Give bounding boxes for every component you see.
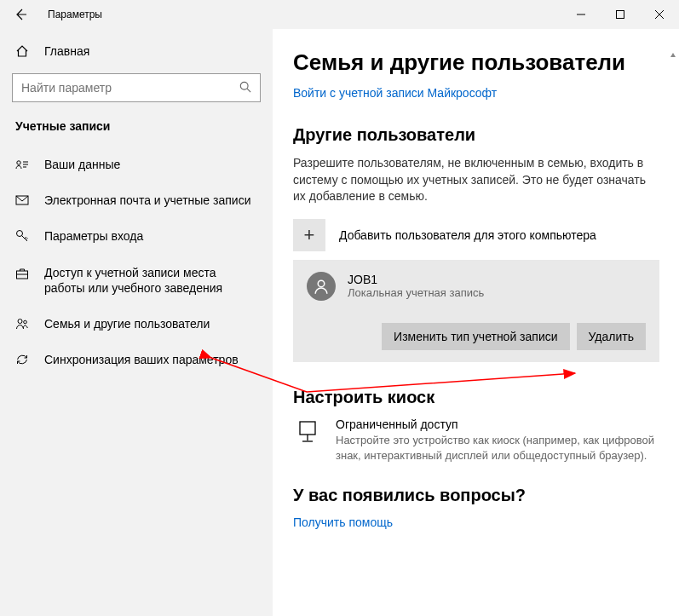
back-arrow-icon [14, 8, 27, 21]
search-icon [239, 81, 251, 95]
mail-icon [15, 193, 29, 207]
kiosk-title: Настроить киоск [293, 388, 665, 407]
kiosk-item-title: Ограниченный доступ [336, 417, 659, 431]
svg-point-15 [318, 280, 325, 287]
svg-point-13 [18, 320, 22, 324]
sidebar-item-label: Параметры входа [44, 228, 143, 244]
person-card-icon [15, 158, 29, 171]
svg-point-14 [24, 320, 27, 324]
window-title: Параметры [41, 9, 561, 20]
sidebar-item-email[interactable]: Электронная почта и учетные записи [0, 182, 273, 218]
minimize-button[interactable] [561, 0, 601, 29]
sidebar-item-your-info[interactable]: Ваши данные [0, 147, 273, 182]
briefcase-icon [15, 267, 29, 280]
sidebar-item-label: Семья и другие пользователи [44, 316, 210, 331]
change-account-type-button[interactable]: Изменить тип учетной записи [382, 323, 569, 350]
svg-point-6 [17, 161, 20, 164]
people-icon [15, 317, 29, 331]
user-subtitle: Локальная учетная запись [348, 286, 484, 299]
kiosk-item-desc: Настройте это устройство как киоск (напр… [336, 433, 659, 463]
kiosk-row[interactable]: Ограниченный доступ Настройте это устрой… [293, 417, 659, 463]
sidebar-home-label: Главная [44, 44, 89, 58]
sidebar-item-family[interactable]: Семья и другие пользователи [0, 306, 273, 342]
sidebar: Главная Учетные записи Ваши данные Элект… [0, 29, 273, 616]
maximize-icon [616, 10, 624, 19]
person-icon [313, 278, 330, 295]
svg-point-11 [17, 231, 23, 237]
svg-rect-1 [617, 11, 624, 19]
add-user-row[interactable]: + Добавить пользователя для этого компью… [293, 219, 665, 251]
sidebar-home[interactable]: Главная [0, 37, 273, 65]
sidebar-category: Учетные записи [0, 116, 273, 147]
sidebar-item-label: Ваши данные [44, 157, 120, 172]
kiosk-icon [293, 417, 322, 446]
other-users-title: Другие пользователи [293, 125, 665, 145]
svg-rect-16 [300, 422, 315, 435]
signin-link[interactable]: Войти с учетной записи Майкрософт [293, 86, 497, 100]
add-user-label: Добавить пользователя для этого компьюте… [339, 228, 596, 242]
sidebar-item-label: Электронная почта и учетные записи [44, 193, 250, 208]
page-title: Семья и другие пользователи [293, 49, 665, 76]
scroll-up-icon[interactable] [667, 49, 679, 61]
get-help-link[interactable]: Получить помощь [293, 515, 393, 529]
content-area: Семья и другие пользователи Войти с учет… [273, 29, 679, 616]
sidebar-item-label: Доступ к учетной записи места работы или… [44, 265, 257, 296]
titlebar: Параметры [0, 0, 679, 29]
sidebar-item-sync[interactable]: Синхронизация ваших параметров [0, 342, 273, 377]
help-title: У вас появились вопросы? [293, 486, 665, 505]
search-box[interactable] [12, 73, 261, 102]
user-card[interactable]: JOB1 Локальная учетная запись Изменить т… [293, 260, 659, 362]
close-button[interactable] [640, 0, 679, 29]
avatar [307, 272, 336, 301]
scrollbar[interactable] [667, 49, 679, 616]
maximize-button[interactable] [601, 0, 640, 29]
search-input[interactable] [21, 81, 239, 95]
key-icon [15, 229, 29, 243]
sync-icon [15, 353, 29, 366]
svg-point-4 [240, 82, 248, 89]
close-icon [655, 10, 664, 19]
home-icon [15, 44, 29, 58]
user-name: JOB1 [348, 273, 484, 286]
other-users-desc: Разрешите пользователям, не включенным в… [293, 155, 659, 205]
sidebar-item-signin-options[interactable]: Параметры входа [0, 218, 273, 254]
svg-line-5 [247, 89, 250, 92]
plus-icon: + [293, 219, 325, 251]
back-button[interactable] [0, 0, 41, 29]
sidebar-item-label: Синхронизация ваших параметров [44, 352, 239, 367]
minimize-icon [577, 10, 585, 19]
sidebar-item-work-access[interactable]: Доступ к учетной записи места работы или… [0, 255, 273, 306]
delete-button[interactable]: Удалить [577, 323, 646, 350]
